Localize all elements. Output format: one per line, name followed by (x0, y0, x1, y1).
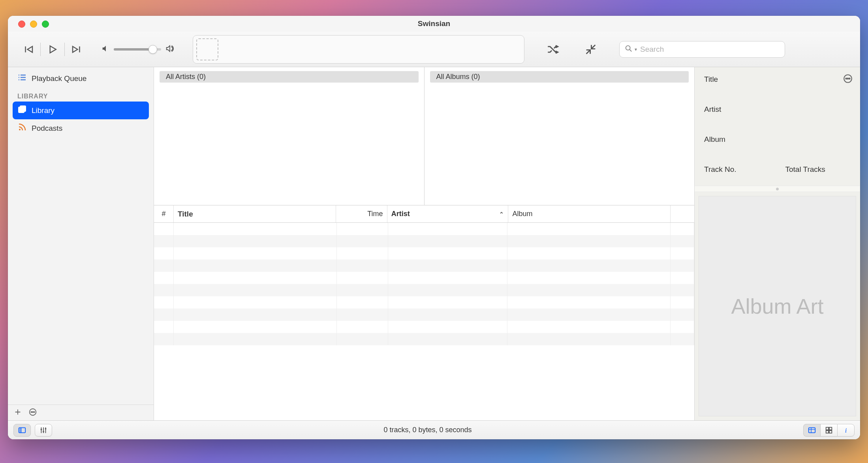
inspector-artist-label[interactable]: Artist (704, 105, 851, 114)
sidebar-item-podcasts[interactable]: Podcasts (13, 119, 149, 137)
volume-max-icon (165, 44, 174, 55)
main-content: Playback Queue LIBRARY Library Podcasts (8, 67, 860, 420)
equalizer-button[interactable] (35, 424, 52, 437)
sidebar: Playback Queue LIBRARY Library Podcasts (8, 67, 154, 420)
svg-rect-2 (20, 106, 26, 111)
svg-point-11 (849, 78, 850, 79)
inspector-totaltracks-label[interactable]: Total Tracks (785, 165, 851, 174)
svg-rect-13 (19, 427, 21, 433)
close-window-button[interactable] (18, 21, 25, 28)
table-row (154, 272, 694, 284)
table-row (154, 333, 694, 345)
zoom-window-button[interactable] (42, 21, 49, 28)
grid-view-button[interactable] (820, 424, 837, 437)
volume-slider[interactable] (114, 48, 161, 51)
sidebar-more-button[interactable] (28, 408, 37, 418)
inspector-title-label[interactable]: Title (704, 75, 851, 84)
titlebar: Swinsian (8, 16, 860, 32)
sidebar-item-label: Podcasts (32, 124, 62, 133)
status-text: 0 tracks, 0 bytes, 0 seconds (52, 426, 803, 434)
artists-column[interactable]: All Artists (0) (154, 67, 425, 205)
svg-rect-20 (826, 430, 829, 433)
list-view-button[interactable] (803, 424, 820, 437)
table-row (154, 235, 694, 247)
table-row (154, 284, 694, 296)
svg-text:i: i (845, 426, 847, 434)
column-header-artist[interactable]: Artist ⌃ (387, 205, 509, 222)
track-rows[interactable] (154, 223, 694, 420)
playback-controls (19, 40, 86, 59)
svg-rect-19 (829, 427, 832, 429)
volume-min-icon (101, 44, 110, 55)
inspector-panel: Title Artist Album Track No. Total Track… (694, 67, 860, 420)
svg-point-0 (626, 45, 630, 50)
svg-point-9 (845, 78, 847, 79)
sidebar-item-library[interactable]: Library (13, 102, 149, 119)
svg-point-7 (34, 411, 35, 412)
all-albums-row[interactable]: All Albums (0) (430, 71, 689, 83)
shuffle-button[interactable] (543, 40, 562, 59)
album-art-placeholder[interactable]: Album Art (699, 196, 856, 416)
all-artists-row[interactable]: All Artists (0) (160, 71, 419, 83)
svg-point-15 (43, 431, 44, 432)
table-row (154, 260, 694, 272)
view-mode-segment: i (803, 424, 855, 437)
traffic-lights (18, 21, 49, 28)
window-title: Swinsian (418, 19, 450, 28)
tracklist: # Title Time Artist ⌃ Album (154, 205, 694, 420)
info-view-button[interactable]: i (837, 424, 855, 437)
table-row (154, 223, 694, 235)
svg-point-16 (45, 428, 47, 429)
table-row (154, 321, 694, 333)
search-input[interactable] (640, 45, 780, 54)
column-header-extra[interactable] (671, 205, 694, 222)
search-dropdown-icon[interactable]: ▾ (635, 47, 637, 52)
table-row (154, 309, 694, 321)
column-header-album[interactable]: Album (508, 205, 671, 222)
column-headers: # Title Time Artist ⌃ Album (154, 205, 694, 223)
svg-rect-18 (826, 427, 829, 429)
status-bar: 0 tracks, 0 bytes, 0 seconds i (8, 420, 860, 439)
inspector-album-label[interactable]: Album (704, 135, 851, 144)
next-track-button[interactable] (67, 40, 86, 59)
svg-rect-21 (829, 430, 832, 433)
podcasts-icon (17, 122, 27, 134)
sidebar-section-header: LIBRARY (13, 87, 149, 102)
svg-point-5 (31, 411, 32, 412)
svg-point-14 (41, 429, 42, 430)
toggle-sidebar-button[interactable] (13, 424, 31, 437)
pager-dot-icon (776, 188, 779, 190)
now-playing-display (193, 35, 524, 64)
sidebar-bottom-bar (8, 405, 154, 420)
sidebar-item-label: Playback Queue (32, 74, 86, 83)
column-header-time[interactable]: Time (336, 205, 387, 222)
inspector-trackno-label[interactable]: Track No. (704, 165, 770, 174)
column-header-title[interactable]: Title (174, 205, 336, 222)
sidebar-item-label: Library (32, 106, 54, 115)
svg-point-6 (32, 411, 33, 412)
previous-track-button[interactable] (19, 40, 38, 59)
app-window: Swinsian (8, 16, 860, 439)
library-icon (17, 105, 27, 116)
svg-point-3 (19, 129, 21, 130)
queue-icon (17, 73, 27, 84)
search-field[interactable]: ▾ (619, 41, 785, 58)
sidebar-item-playback-queue[interactable]: Playback Queue (13, 70, 149, 87)
inspector-pager[interactable] (695, 186, 860, 192)
inspector-more-button[interactable] (843, 73, 853, 85)
column-header-number[interactable]: # (154, 205, 174, 222)
svg-point-10 (847, 78, 849, 79)
table-row (154, 296, 694, 309)
mini-player-button[interactable] (581, 40, 600, 59)
search-icon (624, 44, 635, 55)
sort-ascending-icon: ⌃ (499, 211, 504, 217)
column-browser: All Artists (0) All Albums (0) (154, 67, 694, 205)
svg-rect-17 (809, 427, 815, 433)
albums-column[interactable]: All Albums (0) (425, 67, 695, 205)
minimize-window-button[interactable] (30, 21, 37, 28)
play-button[interactable] (43, 40, 62, 59)
center-content: All Artists (0) All Albums (0) # Title T… (154, 67, 694, 420)
add-playlist-button[interactable] (13, 408, 22, 418)
now-playing-art-placeholder (196, 38, 218, 60)
volume-control (101, 44, 174, 55)
